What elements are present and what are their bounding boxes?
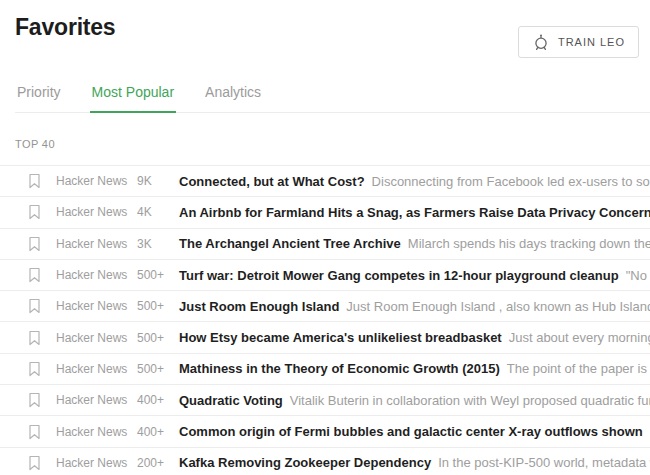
row-snippet: Vitalik Buterin in collaboration with We… — [290, 393, 650, 408]
row-count: 400+ — [137, 425, 179, 439]
row-source: Hacker News — [56, 268, 137, 282]
row-source: Hacker News — [56, 331, 137, 345]
list-item[interactable]: Hacker News 4K An Airbnb for Farmland Hi… — [0, 196, 650, 227]
row-title: Connected, but at What Cost? — [179, 174, 365, 189]
row-source: Hacker News — [56, 425, 137, 439]
row-count: 200+ — [137, 456, 179, 470]
list-item[interactable]: Hacker News 400+ Common origin of Fermi … — [0, 415, 650, 446]
row-count: 500+ — [137, 268, 179, 282]
favorites-page: Favorites TRAIN LEO Priority Most Popula… — [0, 14, 650, 475]
row-title: Common origin of Fermi bubbles and galac… — [179, 424, 643, 439]
list-item[interactable]: Hacker News 400+ Quadratic Voting Vitali… — [0, 384, 650, 415]
row-source: Hacker News — [56, 174, 137, 188]
row-count: 9K — [137, 174, 179, 188]
row-title: How Etsy became America's unlikeliest br… — [179, 330, 502, 345]
row-title: Just Room Enough Island — [179, 299, 339, 314]
row-source: Hacker News — [56, 205, 137, 219]
row-snippet: Disconnecting from Facebook led ex-users… — [372, 174, 650, 189]
row-snippet: Just Room Enough Island , also known as … — [346, 299, 650, 314]
row-snippet: The point of the paper is that if we wan… — [507, 361, 650, 376]
row-count: 500+ — [137, 362, 179, 376]
bookmark-icon[interactable] — [28, 173, 41, 189]
row-count: 500+ — [137, 299, 179, 313]
row-source: Hacker News — [56, 299, 137, 313]
list-item[interactable]: Hacker News 500+ Turf war: Detroit Mower… — [0, 259, 650, 290]
leo-robot-icon — [532, 33, 550, 51]
list-item[interactable]: Hacker News 500+ Mathiness in the Theory… — [0, 353, 650, 384]
row-title: Mathiness in the Theory of Economic Grow… — [179, 361, 500, 376]
row-title: Quadratic Voting — [179, 393, 283, 408]
row-snippet: Milarch spends his days tracking down th… — [408, 236, 650, 251]
tab-priority[interactable]: Priority — [15, 84, 63, 112]
row-count: 3K — [137, 237, 179, 251]
bookmark-icon[interactable] — [28, 204, 41, 220]
row-source: Hacker News — [56, 237, 137, 251]
section-label: TOP 40 — [15, 138, 650, 150]
row-count: 400+ — [137, 393, 179, 407]
list-item[interactable]: Hacker News 500+ Just Room Enough Island… — [0, 290, 650, 321]
train-leo-label: TRAIN LEO — [558, 36, 625, 48]
row-count: 500+ — [137, 331, 179, 345]
row-title: The Archangel Ancient Tree Archive — [179, 236, 401, 251]
bookmark-icon[interactable] — [28, 361, 41, 377]
tab-analytics[interactable]: Analytics — [203, 84, 263, 112]
favorites-list: Hacker News 9K Connected, but at What Co… — [0, 165, 650, 475]
tab-most-popular[interactable]: Most Popular — [90, 84, 176, 113]
row-snippet: Just about every morning since Andrew — [509, 330, 650, 345]
row-snippet: "No one owns the playgrounds" — [626, 268, 650, 283]
row-count: 4K — [137, 205, 179, 219]
bookmark-icon[interactable] — [28, 330, 41, 346]
row-title: Kafka Removing Zookeeper Dependency — [179, 455, 431, 470]
row-title: An Airbnb for Farmland Hits a Snag, as F… — [179, 205, 650, 220]
train-leo-button[interactable]: TRAIN LEO — [518, 26, 639, 58]
bookmark-icon[interactable] — [28, 236, 41, 252]
tab-bar: Priority Most Popular Analytics — [15, 84, 650, 113]
bookmark-icon[interactable] — [28, 424, 41, 440]
bookmark-icon[interactable] — [28, 455, 41, 471]
list-item[interactable]: Hacker News 200+ Kafka Removing Zookeepe… — [0, 447, 650, 475]
row-source: Hacker News — [56, 362, 137, 376]
row-snippet: In the post-KIP-500 world, metadata will… — [438, 455, 650, 470]
list-item[interactable]: Hacker News 9K Connected, but at What Co… — [0, 165, 650, 196]
list-item[interactable]: Hacker News 3K The Archangel Ancient Tre… — [0, 228, 650, 259]
row-title: Turf war: Detroit Mower Gang competes in… — [179, 268, 619, 283]
row-source: Hacker News — [56, 456, 137, 470]
bookmark-icon[interactable] — [28, 392, 41, 408]
bookmark-icon[interactable] — [28, 298, 41, 314]
row-source: Hacker News — [56, 393, 137, 407]
list-item[interactable]: Hacker News 500+ How Etsy became America… — [0, 321, 650, 352]
bookmark-icon[interactable] — [28, 267, 41, 283]
